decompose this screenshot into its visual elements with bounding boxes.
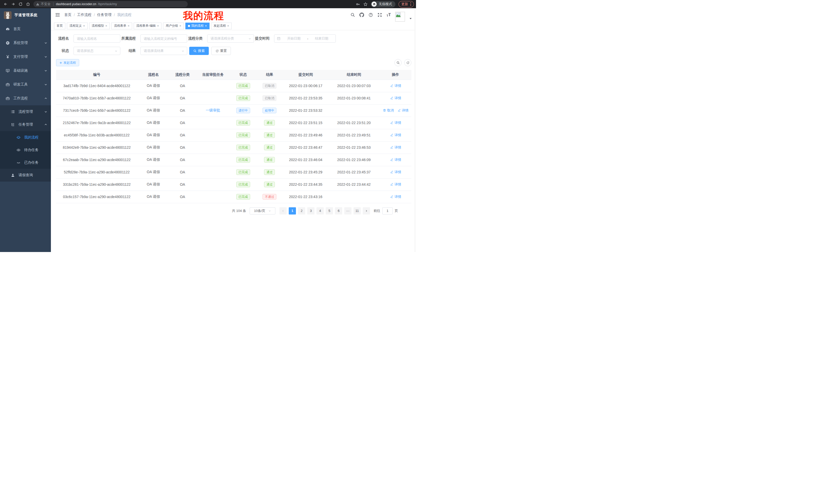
home-icon[interactable] (24, 1, 31, 8)
sidebar-item-dev-tools[interactable]: 研发工具 (0, 78, 51, 91)
current-task-link[interactable]: 一级审批 (206, 108, 220, 112)
submit-time-daterange[interactable]: 开始日期-结束日期 (274, 34, 336, 43)
sidebar-item-done-tasks[interactable]: 已办任务 (0, 156, 51, 169)
page-button-1[interactable]: 1 (289, 207, 296, 215)
status-badge: 已完成 (236, 194, 250, 200)
sidebar-item-todo-tasks[interactable]: 待办任务 (0, 144, 51, 156)
tab-close-icon[interactable]: × (227, 24, 229, 27)
tab-process-model[interactable]: 流程模型× (89, 23, 110, 29)
cell-id: 3ad174fb-7b9d-11ec-8404-acde48001122 (56, 80, 137, 92)
sidebar-toggle-icon[interactable] (55, 12, 60, 18)
tab-start-process[interactable]: 发起流程× (211, 23, 232, 29)
action-label: 取消 (387, 108, 394, 113)
detail-link[interactable]: 详情 (397, 108, 409, 113)
edit-icon (397, 108, 401, 113)
page-button-11[interactable]: 11 (354, 207, 361, 215)
start-process-button[interactable]: 发起流程 (56, 59, 79, 66)
sidebar-item-process-management[interactable]: 流程管理 (0, 105, 51, 118)
process-category-select[interactable]: 请选择流程分类 (207, 34, 254, 43)
tab-close-icon[interactable]: × (205, 24, 207, 27)
page-size-select[interactable]: 10条/页 (250, 207, 275, 215)
detail-link[interactable]: 详情 (390, 145, 401, 150)
filter-label: 提交时间 (254, 36, 269, 41)
search-icon[interactable] (350, 12, 355, 17)
breadcrumb-item[interactable]: 首页 (64, 12, 72, 17)
browser-menu-icon[interactable] (410, 2, 411, 6)
column-header: 结束时间 (328, 70, 380, 80)
table-search-button[interactable] (394, 59, 401, 66)
cell-end-time: 2022-01-22 23:45:37 (328, 166, 380, 178)
cell-current-task (196, 92, 230, 104)
page-ellipsis[interactable]: ··· (344, 207, 352, 215)
detail-link[interactable]: 详情 (390, 158, 401, 162)
tab-process-form-edit[interactable]: 流程表单-编辑× (134, 23, 162, 29)
sidebar-item-home[interactable]: 首页 (0, 22, 51, 36)
page-scrollbar[interactable] (414, 8, 416, 252)
detail-link[interactable]: 详情 (390, 194, 401, 199)
help-icon[interactable] (368, 12, 373, 17)
tab-process-definition[interactable]: 流程定义× (67, 23, 88, 29)
result-badge: 通过 (264, 169, 275, 175)
sidebar-item-label: 待办任务 (24, 148, 38, 152)
reload-icon[interactable] (17, 1, 24, 8)
forward-icon[interactable] (9, 1, 17, 8)
tab-close-icon[interactable]: × (105, 24, 107, 27)
page-button-2[interactable]: 2 (298, 207, 305, 215)
detail-link[interactable]: 详情 (390, 120, 401, 125)
table-refresh-button[interactable] (404, 59, 411, 66)
tab-close-icon[interactable]: × (157, 24, 159, 27)
detail-link[interactable]: 详情 (390, 83, 401, 88)
search-button[interactable]: 搜索 (189, 47, 209, 55)
tab-close-icon[interactable]: × (83, 24, 85, 27)
key-icon[interactable] (356, 2, 360, 6)
tab-label: 我的流程 (191, 24, 204, 28)
result-select[interactable]: 请选择流结果 (140, 47, 187, 55)
tab-close-icon[interactable]: × (179, 24, 181, 27)
cell-actions: 详情 (380, 80, 411, 92)
back-icon[interactable] (2, 1, 9, 8)
update-button[interactable]: 更新 (398, 1, 414, 7)
sidebar-item-my-process[interactable]: 我的流程 (0, 131, 51, 144)
sidebar-item-system-management[interactable]: 系统管理 (0, 36, 51, 50)
avatar-caret-icon[interactable] (409, 17, 412, 20)
sidebar-item-leave-query[interactable]: 请假查询 (0, 169, 51, 181)
cancel-link[interactable]: 取消 (382, 108, 394, 113)
detail-link[interactable]: 详情 (390, 182, 401, 187)
breadcrumb-item[interactable]: 任务管理 (97, 12, 111, 17)
reset-button[interactable]: 重置 (211, 47, 231, 55)
detail-link[interactable]: 详情 (390, 96, 401, 101)
chevron-up-icon (44, 123, 47, 126)
sidebar-item-workflow[interactable]: 工作流程 (0, 91, 51, 105)
bookmark-star-icon[interactable] (363, 2, 368, 6)
detail-link[interactable]: 详情 (390, 170, 401, 174)
tab-user-group[interactable]: 用户分组× (163, 23, 184, 29)
page-button-5[interactable]: 5 (326, 207, 333, 215)
app-logo[interactable]: 芋道管理系统 (0, 8, 51, 22)
parent-process-input[interactable] (140, 34, 187, 43)
tab-close-icon[interactable]: × (128, 24, 130, 27)
address-bar[interactable]: 不安全 dashboard.yudao.iocoder.cn/bpm/task/… (33, 1, 188, 7)
font-size-icon[interactable]: TT (386, 12, 391, 17)
page-button-3[interactable]: 3 (307, 207, 314, 215)
avatar[interactable] (395, 12, 405, 22)
prev-page-button (280, 207, 287, 215)
tab-home[interactable]: 首页 (54, 23, 65, 29)
status-select[interactable]: 请选择状态 (74, 47, 120, 55)
page-button-6[interactable]: 6 (335, 207, 342, 215)
goto-page-input[interactable] (382, 207, 393, 215)
sidebar-item-infrastructure[interactable]: 基础设施 (0, 64, 51, 78)
tab-my-process[interactable]: 我的流程× (185, 23, 210, 29)
fullscreen-icon[interactable] (378, 12, 382, 17)
sidebar-item-payment-management[interactable]: 支付管理 (0, 50, 51, 64)
detail-link[interactable]: 详情 (390, 133, 401, 137)
breadcrumb: 首页/工作流程/任务管理/我的流程 (64, 12, 132, 17)
tab-process-form[interactable]: 流程表单× (111, 23, 132, 29)
process-table: 编号流程名流程分类当前审批任务状态结果提交时间结束时间操作 3ad174fb-7… (56, 70, 411, 203)
next-page-button[interactable] (363, 207, 370, 215)
page-button-4[interactable]: 4 (316, 207, 324, 215)
sidebar-item-task-management[interactable]: 任务管理 (0, 118, 51, 131)
breadcrumb-item[interactable]: 工作流程 (77, 12, 92, 17)
cell-current-task (196, 129, 230, 141)
github-icon[interactable] (359, 12, 364, 17)
process-name-input[interactable] (74, 34, 120, 43)
